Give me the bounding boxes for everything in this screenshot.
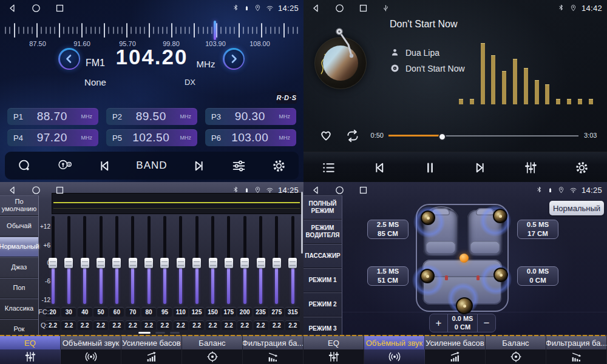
tab-surround[interactable]: Объёмный звук (364, 336, 425, 349)
radio-preset-button[interactable]: P188.70MHz (7, 108, 98, 125)
eq-slider-handle[interactable] (257, 258, 265, 268)
fc-value-box[interactable]: 235 (254, 307, 268, 317)
q-value-box[interactable]: 2.2 (285, 320, 300, 330)
progress-knob[interactable] (438, 133, 446, 141)
listening-mode-item[interactable]: ПАССАЖИР (304, 244, 342, 268)
seek-next-icon[interactable] (192, 158, 207, 174)
eq-slider-handle[interactable] (97, 258, 105, 268)
tab-icon-surround[interactable] (61, 349, 121, 364)
eq-slider-track-active[interactable] (83, 268, 86, 304)
tab-bass-boost[interactable]: Усиление басов (425, 336, 486, 349)
listening-mode-item[interactable]: РЕЖИМ 1 (304, 268, 342, 292)
fc-value-box[interactable]: 70 (126, 307, 140, 317)
radio-preset-button[interactable]: P497.20MHz (7, 129, 98, 146)
tab-bass-boost[interactable]: Усиление басов (121, 336, 182, 349)
q-value-box[interactable]: 2.2 (61, 320, 76, 330)
nav-recents-icon[interactable] (358, 3, 368, 13)
q-value-box[interactable]: 2.2 (141, 320, 156, 330)
q-value-box[interactable]: 2.2 (174, 320, 188, 330)
eq-slider-track[interactable] (211, 216, 214, 258)
eq-slider-track-active[interactable] (211, 268, 214, 304)
equalizer-icon[interactable] (523, 160, 538, 175)
tab-icon-surround[interactable] (364, 349, 425, 364)
repeat-icon[interactable] (345, 128, 361, 144)
eq-slider-handle[interactable] (288, 258, 297, 268)
eq-slider-track[interactable] (179, 216, 182, 258)
radio-preset-button[interactable]: P6103.00MHz (205, 129, 296, 146)
eq-preset-item[interactable]: Нормальный (0, 237, 38, 257)
eq-preset-item[interactable]: По умолчанию (0, 195, 38, 216)
scan-stations-icon[interactable] (57, 158, 72, 174)
listening-mode-item[interactable]: РЕЖИМ ВОДИТЕЛЯ (304, 220, 342, 244)
eq-slider-track-active[interactable] (100, 268, 103, 304)
eq-slider-track-active[interactable] (52, 268, 55, 304)
eq-slider-track[interactable] (52, 216, 55, 258)
fc-value-box[interactable]: 150 (206, 307, 220, 317)
eq-slider-handle[interactable] (240, 258, 249, 268)
tab-icon-bass-filter[interactable] (243, 349, 304, 364)
tab-icon-balance[interactable] (182, 349, 243, 364)
eq-slider-track-active[interactable] (243, 268, 246, 304)
band-button[interactable]: BAND (136, 160, 167, 172)
radio-preset-button[interactable]: P390.30MHz (205, 108, 296, 125)
q-value-box[interactable]: 2.2 (78, 320, 92, 330)
fc-value-box[interactable]: 95 (157, 307, 172, 317)
fc-value-box[interactable]: 175 (222, 307, 236, 317)
eq-slider-track-active[interactable] (291, 268, 294, 304)
q-value-box[interactable]: 2.2 (254, 320, 268, 330)
eq-slider-track[interactable] (259, 216, 262, 258)
eq-slider-handle[interactable] (129, 258, 137, 268)
tab-icon-balance[interactable] (486, 349, 546, 364)
tab-balance[interactable]: Баланс (486, 336, 546, 349)
rear-right-delay-button[interactable]: 0.0 MS 0 CM (517, 266, 558, 286)
fc-value-box[interactable]: 200 (237, 307, 252, 317)
scrollbar[interactable] (301, 192, 303, 254)
q-value-box[interactable]: 2.2 (189, 320, 204, 330)
settings-gear-icon[interactable] (574, 160, 589, 175)
nav-recents-icon[interactable] (358, 185, 368, 195)
fc-value-box[interactable]: 110 (174, 307, 188, 317)
tab-bass-filter[interactable]: Фильтрация ба... (546, 336, 607, 349)
nav-home-icon[interactable] (31, 185, 41, 195)
tab-eq[interactable]: EQ (0, 336, 61, 349)
eq-slider-track-active[interactable] (195, 268, 198, 304)
search-icon[interactable] (17, 158, 32, 174)
tab-icon-bass-boost[interactable] (425, 349, 486, 364)
nav-back-icon[interactable] (311, 185, 321, 195)
tab-icon-bass-filter[interactable] (546, 349, 607, 364)
tab-icon-eq[interactable] (0, 349, 61, 364)
nav-home-icon[interactable] (334, 185, 345, 195)
settings-gear-icon[interactable] (271, 158, 287, 174)
eq-slider-track[interactable] (275, 216, 278, 258)
eq-slider-track-active[interactable] (67, 268, 70, 304)
eq-slider-handle[interactable] (144, 258, 153, 268)
eq-slider-track[interactable] (163, 216, 166, 258)
front-left-delay-button[interactable]: 2.5 MS 85 CM (367, 220, 409, 239)
eq-slider-track-active[interactable] (148, 268, 151, 304)
fc-value-box[interactable]: 50 (93, 307, 108, 317)
fc-value-box[interactable]: 315 (285, 307, 300, 317)
tab-icon-bass-boost[interactable] (121, 349, 182, 364)
delay-increase-button[interactable]: + (430, 314, 448, 332)
seek-previous-icon[interactable] (97, 158, 112, 174)
audio-settings-icon[interactable] (231, 158, 246, 174)
eq-preset-item[interactable]: Обычай (0, 216, 38, 237)
radio-preset-button[interactable]: P5102.50MHz (106, 129, 197, 146)
eq-slider-handle[interactable] (209, 258, 217, 268)
fc-value-box[interactable]: 40 (78, 307, 92, 317)
eq-slider-handle[interactable] (49, 258, 57, 268)
eq-slider-handle[interactable] (81, 258, 89, 268)
eq-slider-track-active[interactable] (227, 268, 230, 304)
q-value-box[interactable]: 2.2 (93, 320, 108, 330)
frequency-up-button[interactable] (223, 48, 245, 70)
eq-slider-track[interactable] (131, 216, 134, 258)
q-value-box[interactable]: 2.2 (109, 320, 124, 330)
eq-slider-track[interactable] (67, 216, 70, 258)
eq-preset-item[interactable]: Поп (0, 278, 38, 298)
next-track-icon[interactable] (473, 160, 488, 175)
eq-slider-track[interactable] (148, 216, 151, 258)
eq-slider-handle[interactable] (177, 258, 185, 268)
nav-back-icon[interactable] (7, 185, 18, 195)
eq-slider-handle[interactable] (160, 258, 169, 268)
nav-recents-icon[interactable] (55, 185, 65, 195)
